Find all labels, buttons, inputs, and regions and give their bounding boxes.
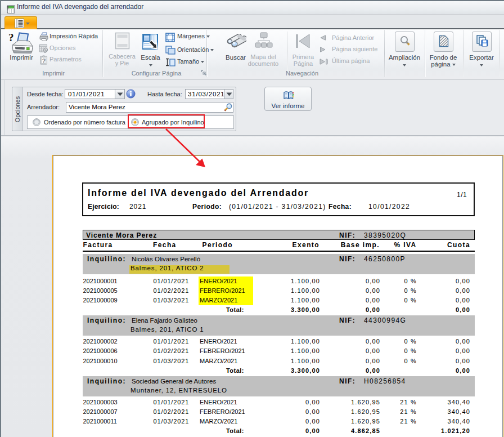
svg-text:?: ? [8, 32, 14, 43]
svg-text:?: ? [42, 57, 46, 64]
